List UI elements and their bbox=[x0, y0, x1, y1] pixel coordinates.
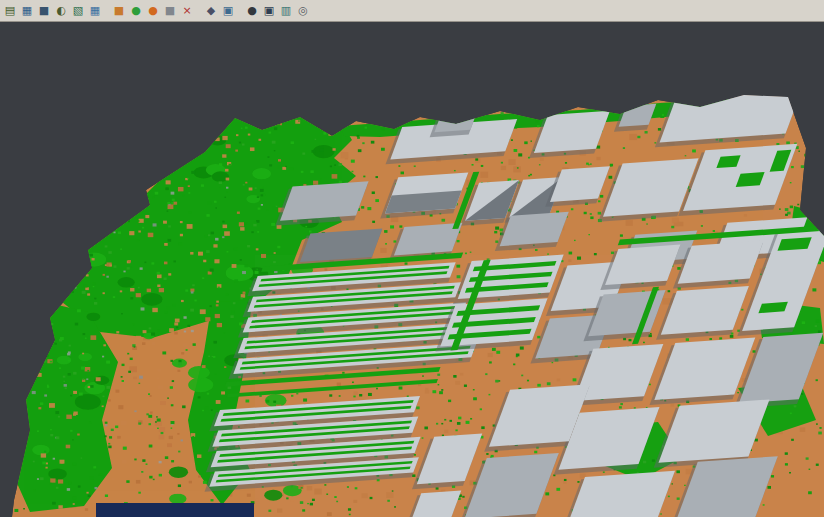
new-project-icon[interactable]: ▤ bbox=[2, 3, 18, 18]
undo-icon[interactable]: ◐ bbox=[53, 3, 69, 18]
building-roof bbox=[394, 223, 463, 256]
grid-icon[interactable]: ▦ bbox=[87, 3, 103, 18]
toolbar: ▤▦■◐▧▦■●●■×◆▣●▣▥◎ bbox=[0, 0, 824, 22]
save-icon[interactable]: ■ bbox=[36, 3, 52, 18]
globe-icon[interactable]: ● bbox=[244, 3, 260, 18]
delete-icon[interactable]: × bbox=[179, 3, 195, 18]
dark-strip bbox=[96, 503, 254, 517]
point-cloud-scene bbox=[0, 21, 824, 517]
3d-viewport[interactable] bbox=[0, 21, 824, 517]
measure-icon[interactable]: ◆ bbox=[203, 3, 219, 18]
ground-class-icon[interactable]: ● bbox=[145, 3, 161, 18]
camera-icon[interactable]: ▣ bbox=[261, 3, 277, 18]
palette-icon[interactable]: ■ bbox=[111, 3, 127, 18]
building-class-icon[interactable]: ■ bbox=[162, 3, 178, 18]
layers-icon[interactable]: ▧ bbox=[70, 3, 86, 18]
application-window: ▤▦■◐▧▦■●●■×◆▣●▣▥◎ bbox=[0, 0, 824, 517]
fit-view-icon[interactable]: ▣ bbox=[220, 3, 236, 18]
open-file-icon[interactable]: ▦ bbox=[19, 3, 35, 18]
building-roof bbox=[300, 228, 383, 262]
histogram-icon[interactable]: ▥ bbox=[278, 3, 294, 18]
building-roof bbox=[280, 181, 369, 221]
settings-icon[interactable]: ◎ bbox=[295, 3, 311, 18]
vegetation-class-icon[interactable]: ● bbox=[128, 3, 144, 18]
terrain-group bbox=[12, 80, 824, 517]
